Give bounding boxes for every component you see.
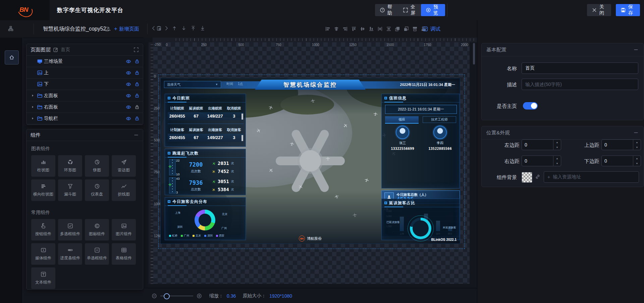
canvas-vertical-scrollbar[interactable] [473,43,475,64]
margin-stepper[interactable]: ▲▼ [522,139,561,150]
tab-foreman[interactable]: 领班 [385,116,419,124]
current-page-name[interactable]: 智慧机场综合监控_copy52... [43,20,107,38]
home-button[interactable] [5,50,19,64]
visibility-eye-icon[interactable] [126,116,131,121]
component-funnel-chart[interactable]: 漏斗图 [58,179,82,201]
edit-page-icon[interactable] [53,47,58,52]
align-left-icon[interactable] [325,26,330,32]
layer-down-icon[interactable] [403,26,409,32]
move-up-icon[interactable] [172,26,177,31]
move-top-icon[interactable] [191,26,196,31]
component-image-comp[interactable]: 图片组件 [112,219,136,241]
margin-input[interactable] [602,140,633,150]
layer-row-3[interactable]: 下 [26,79,143,90]
margin-stepper[interactable]: ▲▼ [601,139,641,150]
move-down-icon[interactable] [181,26,186,31]
close-button[interactable]: 关闭 [587,4,611,16]
expand-panel-icon[interactable] [133,47,139,52]
margin-input[interactable] [522,140,553,150]
stepper-up-icon[interactable]: ▲ [633,140,641,145]
component-radar-chart[interactable]: 雷达图 [112,155,136,177]
lock-icon[interactable] [135,82,140,87]
rename-page-icon[interactable] [105,26,110,32]
visibility-eye-icon[interactable] [126,104,131,110]
visibility-eye-icon[interactable] [126,70,131,76]
margin-stepper[interactable]: ▲▼ [601,156,641,166]
component-table-comp[interactable]: 表格组件 [112,243,136,265]
stepper-up-icon[interactable]: ▲ [553,140,561,145]
layer-row-5[interactable]: 右面板 [26,101,143,113]
component-gauge-chart[interactable]: 仪表盘 [85,179,109,201]
lock-icon[interactable] [135,116,140,121]
page-clipboard-icon[interactable] [156,26,162,31]
tab-engineer[interactable]: 技术工程师 [423,116,456,123]
caret-right-icon[interactable] [30,94,35,97]
dashboard-preview[interactable]: 智慧机场综合监控 2022年11月21日 16:01:34 星期一 选择天气▼ … [160,78,460,244]
caret-right-icon[interactable] [30,117,35,120]
zoom-out-icon[interactable] [152,293,157,299]
layer-top-icon[interactable] [412,26,418,32]
preview-button[interactable]: 预览 [421,4,445,16]
zoom-slider[interactable] [160,296,193,296]
distribute-h-icon[interactable] [377,26,383,32]
bg-thumbnail[interactable] [522,172,532,183]
layer-row-4[interactable]: 左面板 [26,90,143,101]
component-icon-comp[interactable]: 图标组件 [85,219,109,241]
sitemap-icon[interactable] [8,26,13,31]
desc-input[interactable] [522,79,638,90]
debug-toggle[interactable]: 调试 [423,20,440,38]
component-text-comp[interactable]: 文本组件 [31,267,55,289]
move-bottom-icon[interactable] [200,26,205,31]
next-page-icon[interactable] [164,26,169,31]
align-center-h-icon[interactable] [333,26,339,32]
link-icon[interactable] [535,174,540,179]
layer-up-icon[interactable] [394,26,400,32]
stepper-down-icon[interactable]: ▼ [633,145,641,150]
lock-icon[interactable] [135,93,140,98]
save-button[interactable]: 保存 [616,4,640,16]
distribute-v-icon[interactable] [386,26,391,32]
stepper-up-icon[interactable]: ▲ [633,156,641,161]
layer-row-2[interactable]: 上 [26,67,143,79]
collapse-card-icon[interactable] [633,47,639,52]
margin-input[interactable] [602,156,633,166]
homepage-toggle[interactable] [523,102,538,110]
component-button-comp[interactable]: 按钮组件 [31,219,55,241]
component-hbar-chart[interactable]: 横向柱状图 [31,179,55,201]
layer-row-6[interactable]: 导航栏 [26,113,143,124]
align-bottom-icon[interactable] [368,26,374,32]
lock-icon[interactable] [135,70,140,75]
stepper-down-icon[interactable]: ▼ [633,161,641,166]
component-pie-chart[interactable]: 饼图 [85,155,109,177]
component-progress-comp[interactable]: 进度条组件 [58,243,82,265]
visibility-eye-icon[interactable] [126,93,131,98]
add-page-button[interactable]: + 新增页面 [114,20,139,38]
name-input[interactable] [522,62,638,74]
stepper-down-icon[interactable]: ▼ [553,145,561,150]
zoom-slider-handle[interactable] [164,293,170,299]
visibility-eye-icon[interactable] [126,82,131,87]
zoom-in-icon[interactable] [197,293,202,299]
component-radio-comp[interactable]: 单选框组件 [85,243,109,265]
prev-page-icon[interactable] [151,26,156,31]
align-top-icon[interactable] [351,26,357,32]
component-donut-chart[interactable]: 环形图 [58,155,82,177]
canvas-area[interactable]: 025050075010001250150017502000 -25002505… [144,38,477,288]
help-button[interactable]: ? 帮助 [375,4,399,16]
layer-row-1[interactable]: 三维场景 [26,56,143,67]
margin-input[interactable] [522,156,553,166]
caret-right-icon[interactable] [30,105,35,109]
component-checkbox-comp[interactable]: 多选框组件 [58,219,82,241]
fullscreen-button[interactable]: 全屏 [398,4,422,16]
component-media-comp[interactable]: 媒体组件 [31,243,55,265]
stepper-up-icon[interactable]: ▲ [553,156,561,161]
margin-stepper[interactable]: ▲▼ [522,156,561,166]
lock-icon[interactable] [135,59,140,64]
lock-icon[interactable] [135,104,140,110]
collapse-panel-icon[interactable] [133,132,139,138]
component-line-chart[interactable]: 折线图 [112,179,136,201]
component-bar-chart[interactable]: 柱状图 [31,155,55,177]
stepper-down-icon[interactable]: ▼ [553,161,561,166]
collapse-card-icon[interactable] [633,130,639,135]
visibility-eye-icon[interactable] [126,59,131,64]
